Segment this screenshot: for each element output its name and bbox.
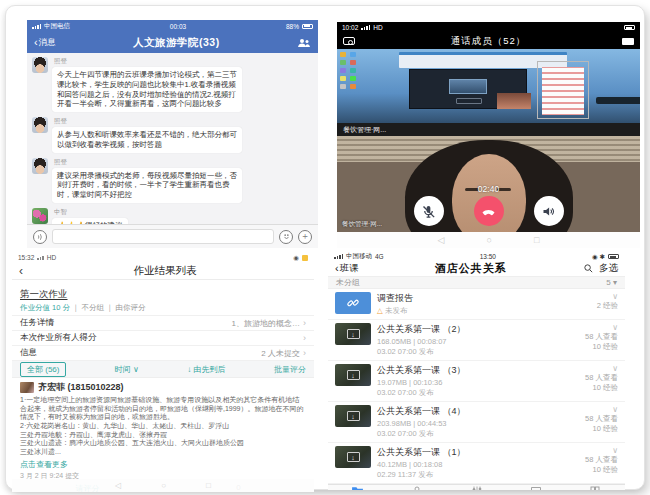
avatar[interactable]	[32, 158, 48, 174]
resource-exp: 10 经验	[566, 465, 618, 475]
assignment-title[interactable]: 第一次作业	[20, 288, 68, 299]
group-header[interactable]: 未分组 5 ▾	[328, 276, 625, 289]
message-bubble: 👍👍👍很好的建议	[52, 218, 128, 224]
page-title: 酒店公共关系	[364, 261, 578, 276]
multi-select-button[interactable]: 多选	[599, 262, 618, 275]
batch-grade-button[interactable]: 批量评分	[274, 364, 306, 375]
chat-message: 照登 建议采用录播模式的老师，每段视频尽量拍短一些，否则打开费时，看的时候，一半…	[32, 158, 313, 203]
status-bar: 中国移动 4G 13:50 ◉ ✱	[328, 252, 625, 261]
avatar[interactable]	[32, 208, 48, 224]
chevron-right-icon: ›	[303, 333, 306, 343]
clock: 15:32	[18, 254, 34, 261]
nav-bar: ‹班课 酒店公共关系 多选	[328, 261, 625, 276]
student-answer-text: 1·一定地理空间上的旅游资源同旅游基础设施、旅游专用设施以及相关的其它条件有机地…	[12, 395, 314, 458]
back-label: 班课	[340, 262, 359, 275]
message-sender: 中智	[54, 208, 128, 217]
message-bubble: 建议采用录播模式的老师，每段视频尽量拍短一些，否则打开费时，看的时候，一半卡了学…	[52, 168, 242, 203]
task-detail-label: 任务详情	[20, 317, 54, 329]
android-back-icon[interactable]: ◁	[438, 235, 445, 245]
filter-all-button[interactable]: 全部 (56)	[20, 362, 66, 377]
message-bubble: 今天上午四节课用的云班课录播加讨论模式，第二三节课比较卡，学生反映的问题也比较集…	[52, 67, 242, 112]
video-call-screen: 10:02 HD 通话成员（52） 餐饮管理·网... 0	[337, 22, 640, 248]
android-back-icon[interactable]: ◁	[115, 481, 121, 490]
status-bar: 中国电信 00:03 88%	[27, 20, 318, 32]
android-home-icon[interactable]: ○	[161, 481, 166, 490]
status-misc-icon: ◉ ✱	[592, 253, 605, 261]
info-value: 2 人未提交	[37, 348, 300, 359]
view-more-link[interactable]: 点击查看更多	[12, 458, 314, 471]
video-thumbnail: ↓	[335, 446, 371, 468]
back-button[interactable]: ‹消息	[34, 37, 56, 49]
resource-row[interactable]: ↓ 公共关系第一课 （2） 168.05MB | 00:08:07 03.02 …	[328, 320, 625, 361]
call-title: 通话成员（52）	[355, 35, 622, 48]
emoji-icon[interactable]	[279, 230, 293, 244]
chevron-down-icon[interactable]: ∨	[566, 446, 618, 455]
task-detail-value: 1、旅游地的概念…	[54, 318, 300, 329]
plus-icon[interactable]: ＋	[298, 230, 312, 244]
student-avatar	[20, 382, 34, 393]
android-recents-icon[interactable]: □	[206, 481, 211, 490]
call-controls	[337, 196, 640, 226]
download-icon: ↓	[347, 329, 360, 339]
message-bubble: 从参与人数和听课效率来看还是不错的，绝大部分都可以做到收看教学视频，按时答题	[52, 127, 242, 153]
android-home-icon[interactable]: ○	[487, 235, 492, 245]
message-sender: 照登	[54, 117, 242, 126]
download-icon: ↓	[347, 370, 360, 380]
battery-percent: 88%	[286, 23, 299, 30]
tab-members[interactable]: 成员	[387, 485, 446, 490]
tab-resources[interactable]: 资源	[328, 485, 387, 490]
camera-switch-icon[interactable]	[343, 37, 355, 45]
info-row[interactable]: 信息 2 人未提交 ›	[12, 346, 314, 361]
chevron-down-icon[interactable]: ∨	[566, 292, 618, 301]
resource-title: 调查报告	[377, 292, 560, 305]
resource-row[interactable]: ↓ 公共关系第一课 （4） 203.98MB | 00:44:53 03.02 …	[328, 402, 625, 443]
mute-mic-button[interactable]	[414, 196, 444, 226]
tab-messages[interactable]: 消息	[506, 485, 565, 490]
shared-taskbar	[596, 97, 640, 104]
android-recents-icon[interactable]: □	[534, 235, 539, 245]
sort-order-button[interactable]: ↓ 由先到后	[187, 364, 225, 375]
tab-details[interactable]: 详情	[566, 485, 625, 490]
avatar[interactable]	[32, 57, 48, 73]
tab-activities[interactable]: 活动	[447, 485, 506, 490]
student-row[interactable]: 齐宏菲 (1815010228)	[12, 378, 314, 395]
group-members-icon[interactable]	[297, 38, 311, 48]
resource-title: 公共关系第一课 （4）	[377, 405, 560, 418]
signal-icon	[37, 255, 44, 260]
chevron-down-icon[interactable]: ∨	[566, 405, 618, 414]
signal-icon	[32, 24, 41, 29]
assignment-meta: 作业分值 10 分 ｜ 不分组 ｜ 由你评分	[20, 303, 306, 313]
wechat-chat-screen: 中国电信 00:03 88% ‹消息 人文旅游学院(33) 照登 今天上午四节课…	[27, 20, 318, 248]
bottom-tab-bar: 资源 成员 活动 消息 详情	[328, 484, 625, 490]
carrier-label: 中国电信	[44, 22, 70, 31]
chat-input-bar: ＋	[27, 224, 318, 248]
search-icon[interactable]	[583, 263, 594, 274]
menu-icon[interactable]	[622, 38, 634, 45]
video-caption: 餐饮管理·网...	[342, 220, 382, 229]
nav-bar: ‹ 作业结果列表	[12, 263, 314, 280]
sort-time-button[interactable]: 时间 ∨	[115, 364, 139, 375]
task-detail-row[interactable]: 任务详情 1、旅游地的概念… ›	[12, 316, 314, 331]
chevron-down-icon[interactable]: ∨	[566, 323, 618, 332]
all-scores-row[interactable]: 本次作业所有人得分 ›	[12, 331, 314, 346]
resource-views: 58 人查看	[566, 332, 618, 342]
shared-video-thumb	[449, 79, 487, 94]
resource-row[interactable]: 调查报告 △ 未发布 ∨ 2 经验	[328, 289, 625, 320]
clock: 13:50	[387, 253, 589, 260]
resource-row[interactable]: ↓ 公共关系第一课 （1） 40.12MB | 00:18:08 02.29 1…	[328, 443, 625, 484]
voice-input-icon[interactable]	[33, 230, 47, 244]
hang-up-button[interactable]	[474, 196, 504, 226]
resource-exp: 10 经验	[566, 424, 618, 434]
chevron-down-icon[interactable]: ∨	[566, 364, 618, 373]
chat-input[interactable]	[52, 229, 274, 244]
chat-message: 中智 👍👍👍很好的建议	[32, 208, 313, 224]
call-timer: 02:40	[337, 184, 640, 194]
android-nav-bar: ◁ ○ □	[337, 232, 640, 248]
avatar[interactable]	[32, 117, 48, 133]
resource-size-duration: 40.12MB | 00:18:08	[377, 460, 560, 469]
back-button[interactable]: ‹班课	[335, 262, 359, 275]
resource-row[interactable]: ↓ 公共关系第一课 （3） 19.07MB | 00:10:36 03.02 0…	[328, 361, 625, 402]
resource-views: 58 人查看	[566, 414, 618, 424]
speaker-button[interactable]	[534, 196, 564, 226]
battery-icon	[608, 254, 619, 259]
